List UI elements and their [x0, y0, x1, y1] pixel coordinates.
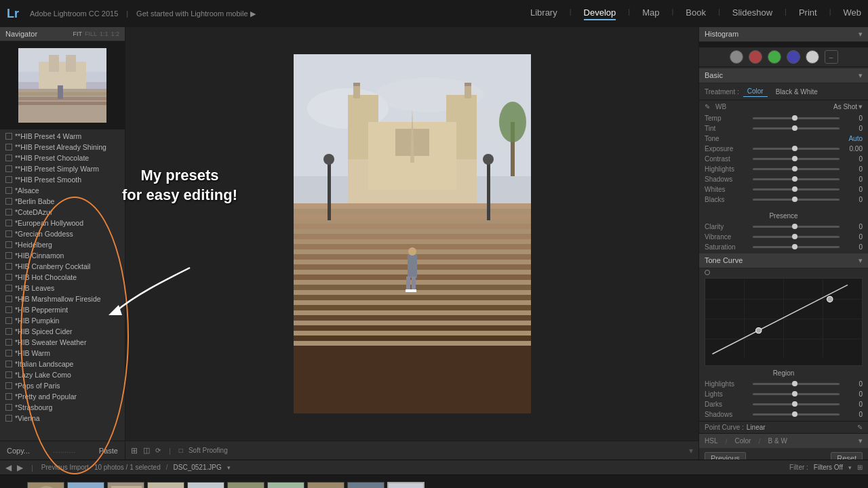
preset-checkbox[interactable] [5, 241, 12, 248]
vibrance-thumb[interactable] [792, 234, 797, 239]
nav-book[interactable]: Book [686, 7, 706, 20]
preset-item[interactable]: *Italian Landscape [0, 359, 125, 369]
highlights-r-thumb[interactable] [792, 381, 797, 386]
red-channel-icon[interactable] [749, 50, 762, 64]
preset-item[interactable]: *HIB Marshmallow Fireside [0, 293, 125, 304]
darks-thumb[interactable] [792, 401, 797, 407]
nav-develop[interactable]: Develop [584, 7, 616, 20]
preset-checkbox[interactable] [5, 306, 12, 313]
preset-item[interactable]: *Grecian Goddess [0, 228, 125, 239]
preset-item[interactable]: *HIB Warm [0, 348, 125, 359]
preset-item[interactable]: **HIB Preset Already Shining [0, 142, 125, 152]
reset-button[interactable]: Reset [831, 452, 863, 460]
preset-item[interactable]: **HIB Preset Simply Warm [0, 163, 125, 174]
nav-next-icon[interactable]: ▶ [17, 463, 23, 472]
preset-checkbox[interactable] [5, 404, 12, 411]
preset-checkbox[interactable] [5, 285, 12, 291]
nav-web[interactable]: Web [844, 7, 862, 20]
preset-checkbox[interactable] [5, 328, 12, 335]
preset-item[interactable]: *Pops of Paris [0, 380, 125, 391]
filter-extra-btn[interactable]: ⊞ [857, 464, 863, 471]
preset-checkbox[interactable] [5, 176, 12, 183]
copy-button[interactable]: Copy... [3, 445, 34, 456]
preset-checkbox[interactable] [5, 274, 12, 281]
filmstrip-thumb[interactable] [27, 482, 64, 489]
blacks-thumb[interactable] [792, 197, 797, 202]
preset-checkbox[interactable] [5, 198, 12, 205]
preset-checkbox[interactable] [5, 252, 12, 259]
promo-link[interactable]: Get started with Lightroom mobile ▶ [136, 9, 256, 18]
bw-label2[interactable]: B & W [768, 437, 787, 445]
preset-item[interactable]: *Pretty and Popular [0, 391, 125, 402]
highlights-thumb[interactable] [792, 166, 797, 171]
point-curve-edit-icon[interactable]: ✎ [857, 424, 863, 431]
previous-button[interactable]: Previous [705, 452, 746, 460]
preset-item[interactable]: *Strasbourg [0, 402, 125, 413]
preset-checkbox[interactable] [5, 382, 12, 389]
color-treatment-btn[interactable]: Color [743, 86, 768, 97]
preset-item[interactable]: *HIB Leaves [0, 283, 125, 293]
whites-thumb[interactable] [792, 186, 797, 192]
fill-btn[interactable]: FILL [85, 30, 97, 37]
wb-dropdown-icon[interactable]: ▾ [859, 102, 863, 111]
filmstrip-thumb[interactable] [347, 482, 384, 489]
blue-channel-icon[interactable] [787, 50, 800, 64]
fit-btn[interactable]: FIT [73, 30, 82, 37]
preset-item[interactable]: *CoteDAzur [0, 207, 125, 218]
compare-btn[interactable]: ◫ [143, 446, 150, 455]
filter-value[interactable]: Filters Off [814, 464, 843, 471]
preset-item[interactable]: *Lazy Lake Como [0, 369, 125, 380]
full-color-icon[interactable] [730, 50, 743, 64]
preset-item[interactable]: **HIB Preset Chocolate [0, 152, 125, 163]
green-channel-icon[interactable] [768, 50, 781, 64]
contrast-thumb[interactable] [792, 156, 797, 161]
basic-arrow[interactable]: ▾ [859, 71, 863, 80]
preset-item[interactable]: **HIB Preset Smooth [0, 174, 125, 185]
view-mode-btn[interactable]: ⊞ [131, 446, 138, 455]
preset-checkbox[interactable] [5, 144, 12, 150]
filmstrip-thumb[interactable] [67, 482, 104, 489]
preset-checkbox[interactable] [5, 165, 12, 172]
preset-checkbox[interactable] [5, 350, 12, 357]
1-1-btn[interactable]: 1:1 [100, 30, 108, 37]
preset-checkbox[interactable] [5, 371, 12, 378]
preset-checkbox[interactable] [5, 393, 12, 400]
filmstrip-thumb[interactable] [387, 482, 425, 489]
preset-checkbox[interactable] [5, 133, 12, 140]
tone-auto-btn[interactable]: Auto [848, 135, 863, 142]
saturation-thumb[interactable] [792, 244, 797, 249]
collapse-right-panel[interactable]: ▾ [689, 446, 693, 455]
preset-checkbox[interactable] [5, 361, 12, 367]
preset-item[interactable]: *European Hollywood [0, 218, 125, 228]
preset-checkbox[interactable] [5, 317, 12, 324]
1-2-btn[interactable]: 1:2 [111, 30, 119, 37]
tone-curve-area[interactable] [705, 278, 863, 366]
nav-prev-icon[interactable]: ◀ [5, 463, 12, 472]
preset-item[interactable]: *Alsace [0, 185, 125, 196]
filter-dropdown-icon[interactable]: ▾ [848, 464, 852, 471]
exposure-thumb[interactable] [792, 146, 797, 151]
preset-item[interactable]: *HIB Cranberry Cocktail [0, 261, 125, 272]
filmstrip-thumb[interactable] [267, 482, 304, 489]
filmstrip-thumb[interactable] [147, 482, 184, 489]
eyedropper-icon[interactable]: ✎ [705, 103, 715, 110]
hsl-label[interactable]: HSL [705, 437, 717, 445]
preset-checkbox[interactable] [5, 220, 12, 226]
preset-item[interactable]: *HIB Peppermint [0, 304, 125, 315]
clarity-thumb[interactable] [792, 224, 797, 229]
filmstrip-thumb[interactable] [307, 482, 344, 489]
shadows-thumb[interactable] [792, 176, 797, 182]
preset-checkbox[interactable] [5, 339, 12, 346]
hsl-arrow[interactable]: ▾ [859, 436, 863, 445]
preset-item[interactable]: *Vienna [0, 413, 125, 424]
tint-thumb[interactable] [792, 125, 797, 131]
point-curve-value[interactable]: Linear [747, 424, 766, 431]
histogram-arrow[interactable]: ▾ [859, 30, 863, 39]
preset-item[interactable]: *HIB Cinnamon [0, 250, 125, 261]
minus-icon[interactable]: – [825, 50, 838, 64]
preset-item[interactable]: *HIB Pumpkin [0, 315, 125, 326]
lum-icon[interactable] [806, 50, 819, 64]
filmstrip-thumb[interactable] [107, 482, 144, 489]
preset-item[interactable]: *Heidelberg [0, 239, 125, 250]
soft-proofing-checkbox[interactable]: □ [179, 447, 183, 454]
